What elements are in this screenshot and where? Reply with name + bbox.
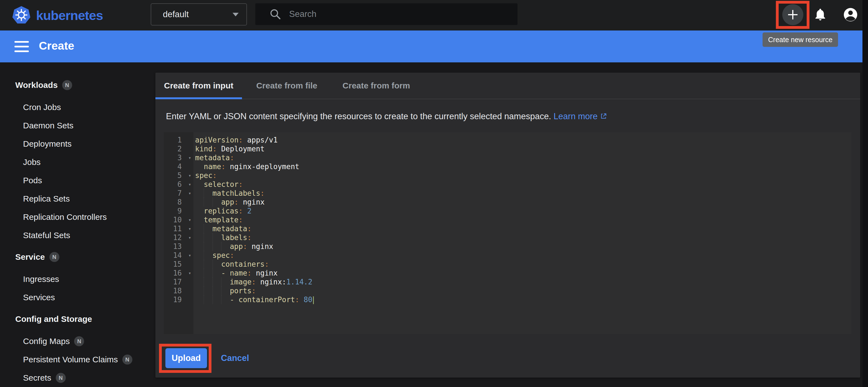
namespaced-badge: N xyxy=(74,336,84,346)
sidebar-section-service[interactable]: ServiceN xyxy=(0,248,155,266)
sidebar-item-label: Stateful Sets xyxy=(23,231,70,240)
sidebar-item-replication-controllers[interactable]: Replication Controllers xyxy=(0,208,155,226)
sidebar-item-label: Replication Controllers xyxy=(23,212,107,222)
menu-icon xyxy=(14,41,29,43)
upload-button[interactable]: Upload xyxy=(165,348,207,368)
sidebar-item-ingresses[interactable]: Ingresses xyxy=(0,270,155,288)
search-input[interactable]: Search xyxy=(255,3,518,25)
tab-label: Create from file xyxy=(256,81,317,91)
fold-arrow-icon[interactable]: ▾ xyxy=(188,171,191,180)
namespaced-badge: N xyxy=(62,80,72,90)
fold-arrow-icon[interactable]: ▾ xyxy=(188,215,191,224)
line-number[interactable]: 19 xyxy=(164,295,193,304)
sidebar-item-config-maps[interactable]: Config MapsN xyxy=(0,332,155,350)
line-number[interactable]: 17 xyxy=(164,278,193,286)
sidebar-item-label: Ingresses xyxy=(23,275,59,284)
menu-button[interactable] xyxy=(14,41,29,52)
app-bar: Create xyxy=(0,31,868,62)
bell-icon xyxy=(813,7,828,22)
line-number[interactable]: 5▾ xyxy=(164,171,193,180)
tab-label: Create from input xyxy=(164,81,234,91)
tab-label: Create from form xyxy=(342,81,410,91)
line-number[interactable]: 10▾ xyxy=(164,215,193,224)
chevron-down-icon xyxy=(232,13,239,16)
sidebar-item-cron-jobs[interactable]: Cron Jobs xyxy=(0,98,155,116)
tab-create-from-input[interactable]: Create from input xyxy=(155,73,242,99)
yaml-editor[interactable]: 123▾45▾6▾7▾8910▾11▾12▾1314▾1516▾171819 a… xyxy=(164,132,851,334)
line-number[interactable]: 4 xyxy=(164,162,193,171)
external-link-icon xyxy=(600,112,607,120)
fold-arrow-icon[interactable]: ▾ xyxy=(188,269,191,278)
namespaced-badge: N xyxy=(50,252,59,262)
line-number[interactable]: 2 xyxy=(164,144,193,153)
sidebar-item-persistent-volume-claims[interactable]: Persistent Volume ClaimsN xyxy=(0,350,155,369)
sidebar-item-secrets[interactable]: SecretsN xyxy=(0,369,155,387)
learn-more-link[interactable]: Learn more xyxy=(554,111,607,121)
line-number[interactable]: 1 xyxy=(164,136,193,144)
top-bar: kubernetes default Search xyxy=(0,0,868,31)
code-line-14: spec: xyxy=(195,251,851,260)
sidebar-item-label: Replica Sets xyxy=(23,194,70,204)
fold-arrow-icon[interactable]: ▾ xyxy=(188,224,191,233)
tooltip: Create new resource xyxy=(763,32,838,47)
fold-arrow-icon[interactable]: ▾ xyxy=(188,189,191,198)
line-number[interactable]: 6▾ xyxy=(164,180,193,189)
line-number[interactable]: 13 xyxy=(164,242,193,251)
cancel-button[interactable]: Cancel xyxy=(221,348,249,368)
sidebar-section-workloads[interactable]: WorkloadsN xyxy=(0,76,155,94)
account-button[interactable] xyxy=(842,7,859,24)
text-cursor xyxy=(313,296,314,304)
sidebar-item-deployments[interactable]: Deployments xyxy=(0,135,155,153)
page-scrollbar[interactable] xyxy=(863,0,868,387)
sidebar-item-stateful-sets[interactable]: Stateful Sets xyxy=(0,226,155,245)
sidebar-nav: WorkloadsNCron JobsDaemon SetsDeployment… xyxy=(0,76,155,387)
line-number[interactable]: 18 xyxy=(164,286,193,295)
code-line-10: template: xyxy=(195,215,851,224)
fold-arrow-icon[interactable]: ▾ xyxy=(188,180,191,189)
kubernetes-logo[interactable]: kubernetes xyxy=(12,5,103,25)
sidebar-section-label: Service xyxy=(15,252,45,262)
line-number[interactable]: 12▾ xyxy=(164,233,193,242)
tab-create-from-file[interactable]: Create from file xyxy=(242,73,332,99)
tab-bar: Create from inputCreate from fileCreate … xyxy=(155,73,860,99)
editor-gutter: 123▾45▾6▾7▾8910▾11▾12▾1314▾1516▾171819 xyxy=(164,132,193,334)
line-number[interactable]: 16▾ xyxy=(164,269,193,278)
sidebar-item-jobs[interactable]: Jobs xyxy=(0,153,155,171)
code-line-5: spec: xyxy=(195,171,851,180)
line-number[interactable]: 14▾ xyxy=(164,251,193,260)
sidebar-section-config-and-storage[interactable]: Config and Storage xyxy=(0,310,155,328)
fold-arrow-icon[interactable]: ▾ xyxy=(188,153,191,162)
code-line-13: app: nginx xyxy=(195,242,851,251)
brand-wordmark: kubernetes xyxy=(36,8,103,23)
sidebar-item-label: Jobs xyxy=(23,157,40,167)
notifications-button[interactable] xyxy=(813,7,828,23)
line-number[interactable]: 9 xyxy=(164,207,193,215)
fold-arrow-icon[interactable]: ▾ xyxy=(188,251,191,260)
instruction-text: Enter YAML or JSON content specifying th… xyxy=(166,111,848,121)
fold-arrow-icon[interactable]: ▾ xyxy=(188,233,191,242)
search-placeholder: Search xyxy=(289,9,316,19)
tooltip-text: Create new resource xyxy=(768,36,833,44)
sidebar-item-pods[interactable]: Pods xyxy=(0,171,155,189)
tab-create-from-form[interactable]: Create from form xyxy=(332,73,421,99)
sidebar-item-services[interactable]: Services xyxy=(0,288,155,307)
sidebar-item-label: Cron Jobs xyxy=(23,103,61,112)
line-number[interactable]: 15 xyxy=(164,260,193,269)
sidebar-item-replica-sets[interactable]: Replica Sets xyxy=(0,189,155,208)
editor-code-area[interactable]: apiVersion: apps/v1kind: Deploymentmetad… xyxy=(193,132,851,334)
page-title: Create xyxy=(39,39,74,52)
code-line-16: - name: nginx xyxy=(195,269,851,278)
kubernetes-helm-icon xyxy=(12,5,31,25)
namespace-selector[interactable]: default xyxy=(151,3,247,26)
sidebar-section-label: Workloads xyxy=(15,80,58,90)
sidebar-item-label: Pods xyxy=(23,176,42,185)
code-line-12: labels: xyxy=(195,233,851,242)
line-number[interactable]: 7▾ xyxy=(164,189,193,198)
line-number[interactable]: 11▾ xyxy=(164,224,193,233)
create-card: Create from inputCreate from fileCreate … xyxy=(155,73,860,378)
line-number[interactable]: 8 xyxy=(164,198,193,207)
namespace-value: default xyxy=(163,9,189,20)
line-number[interactable]: 3▾ xyxy=(164,153,193,162)
sidebar-item-daemon-sets[interactable]: Daemon Sets xyxy=(0,116,155,135)
code-line-15: containers: xyxy=(195,260,851,269)
